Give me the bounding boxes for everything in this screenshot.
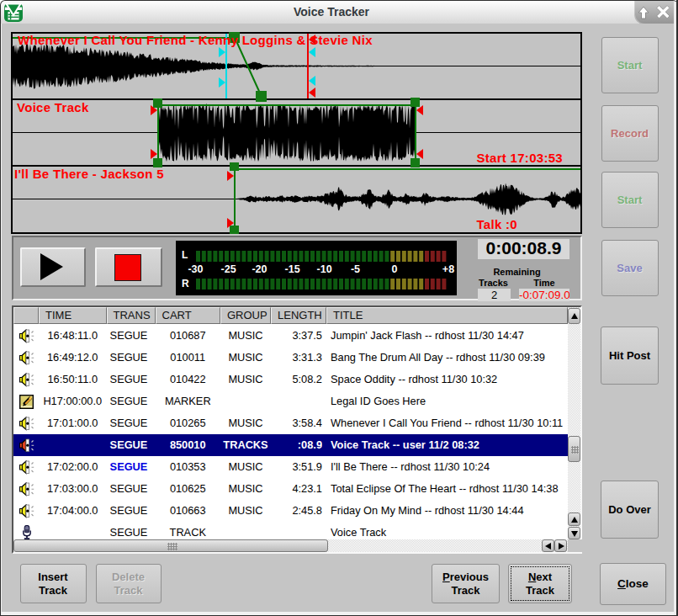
svg-text:0: 0	[392, 263, 398, 275]
svg-text:-5: -5	[351, 263, 360, 275]
svg-text:-20: -20	[252, 263, 267, 275]
svg-text:-25: -25	[221, 263, 236, 275]
svg-text:L: L	[182, 249, 188, 261]
svg-text:+8: +8	[442, 263, 454, 275]
svg-text:-30: -30	[188, 263, 203, 275]
svg-text:-10: -10	[317, 263, 332, 275]
svg-text:-15: -15	[285, 263, 300, 275]
svg-text:R: R	[182, 278, 189, 289]
